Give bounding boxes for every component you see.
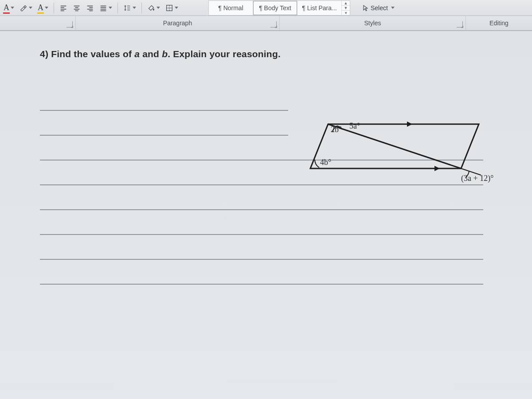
chevron-down-icon[interactable]: ▼ bbox=[342, 6, 350, 11]
select-menu-button[interactable]: Select bbox=[359, 2, 397, 14]
line-spacing-button[interactable] bbox=[121, 2, 138, 14]
chevron-down-icon bbox=[175, 7, 178, 9]
line-spacing-icon bbox=[123, 4, 131, 12]
geometry-figure: 2b° 5a° 4b° (3a + 12)° bbox=[301, 115, 488, 204]
ribbon-toolbar: A A bbox=[0, 0, 532, 16]
ribbon-groups: Paragraph Styles Editing bbox=[0, 16, 532, 31]
group-label-paragraph: Paragraph bbox=[163, 20, 192, 27]
separator bbox=[117, 3, 118, 13]
chevron-up-icon[interactable]: ▲ bbox=[342, 1, 350, 6]
borders-button[interactable] bbox=[164, 2, 180, 14]
paint-bucket-icon bbox=[147, 4, 155, 12]
chevron-down-icon bbox=[11, 7, 14, 9]
align-right-button[interactable] bbox=[84, 2, 96, 14]
group-label-styles: Styles bbox=[364, 20, 381, 27]
answer-line bbox=[40, 210, 483, 235]
angle-label-4b: 4b° bbox=[320, 158, 331, 167]
align-justify-icon bbox=[99, 4, 107, 12]
font-color-button[interactable]: A bbox=[2, 2, 16, 14]
group-styles: Styles bbox=[279, 16, 466, 30]
font-color-letter: A bbox=[4, 3, 9, 12]
style-tile-body-text[interactable]: ¶ Body Text bbox=[253, 1, 297, 15]
dialog-launcher-icon[interactable] bbox=[66, 21, 73, 27]
highlight-swatch bbox=[37, 12, 44, 14]
highlighter-icon bbox=[20, 4, 27, 12]
angle-label-2b: 2b° bbox=[331, 125, 342, 134]
question-text: Find the values of bbox=[51, 49, 134, 59]
borders-icon bbox=[165, 4, 173, 12]
document-area[interactable]: 4) Find the values of a and b. Explain y… bbox=[0, 31, 532, 399]
svg-marker-25 bbox=[434, 166, 440, 171]
style-tile-list-para[interactable]: ¶ List Para... bbox=[297, 1, 342, 15]
chevron-down-icon bbox=[156, 7, 160, 9]
answer-line bbox=[40, 111, 288, 136]
question-text: and bbox=[140, 49, 162, 59]
angle-label-3a12: (3a + 12)° bbox=[461, 174, 493, 183]
gallery-scroll[interactable]: ▲ ▼ ▾ bbox=[342, 1, 350, 15]
group-font bbox=[0, 16, 75, 30]
svg-marker-24 bbox=[407, 121, 412, 127]
font-color-alt-button[interactable]: A bbox=[36, 2, 50, 14]
answer-line bbox=[40, 260, 483, 285]
question-var-a: a bbox=[134, 49, 140, 59]
align-left-button[interactable] bbox=[58, 2, 69, 14]
question-text: . Explain your reasoning. bbox=[168, 49, 281, 59]
highlight-color-button[interactable] bbox=[18, 2, 34, 14]
angle-label-5a: 5a° bbox=[349, 121, 360, 131]
svg-line-23 bbox=[328, 124, 461, 168]
align-left-icon bbox=[59, 4, 67, 12]
align-right-icon bbox=[86, 4, 94, 12]
select-label: Select bbox=[371, 4, 388, 12]
cursor-icon bbox=[362, 4, 369, 12]
chevron-down-icon bbox=[29, 7, 32, 9]
align-center-button[interactable] bbox=[71, 2, 82, 14]
style-tile-normal[interactable]: ¶ Normal bbox=[209, 1, 253, 15]
group-editing: Editing bbox=[466, 16, 532, 30]
align-justify-button[interactable] bbox=[98, 2, 114, 14]
group-paragraph: Paragraph bbox=[75, 16, 279, 30]
chevron-down-icon bbox=[45, 7, 48, 9]
chevron-down-icon bbox=[133, 7, 136, 9]
answer-line bbox=[40, 86, 288, 111]
font-color-letter: A bbox=[38, 3, 43, 12]
question-prompt: 4) Find the values of a and b. Explain y… bbox=[40, 49, 501, 59]
dialog-launcher-icon[interactable] bbox=[457, 21, 463, 27]
answer-line bbox=[40, 235, 483, 260]
chevron-down-icon bbox=[109, 7, 112, 9]
shading-button[interactable] bbox=[145, 2, 162, 14]
question-var-b: b bbox=[162, 49, 168, 59]
chevron-down-icon bbox=[391, 7, 395, 9]
align-center-icon bbox=[73, 4, 81, 12]
group-label-editing: Editing bbox=[489, 20, 509, 27]
question-number: 4) bbox=[40, 49, 48, 59]
font-color-swatch bbox=[3, 12, 10, 14]
more-icon[interactable]: ▾ bbox=[342, 11, 350, 15]
dialog-launcher-icon[interactable] bbox=[270, 21, 277, 27]
styles-gallery: ¶ Normal ¶ Body Text ¶ List Para... ▲ ▼ … bbox=[208, 0, 350, 16]
separator bbox=[141, 3, 142, 13]
separator bbox=[54, 3, 54, 13]
svg-rect-19 bbox=[167, 5, 172, 11]
